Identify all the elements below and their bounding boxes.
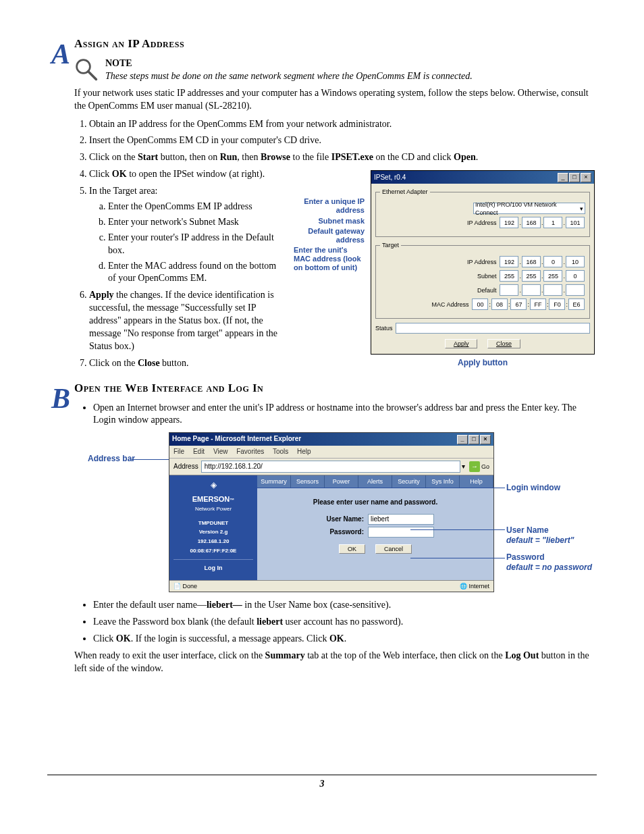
- browser-title: Home Page - Microsoft Internet Explorer: [172, 434, 301, 444]
- browser-titlebar[interactable]: Home Page - Microsoft Internet Explorer …: [169, 433, 493, 446]
- default-4[interactable]: [566, 284, 585, 296]
- section-letter-b: B: [47, 378, 74, 418]
- tab-help[interactable]: Help: [460, 475, 493, 488]
- dropdown-icon[interactable]: ▾: [462, 462, 465, 471]
- mac-2[interactable]: [491, 298, 508, 310]
- eth-ip-label: IP Address: [467, 219, 496, 227]
- eth-ip-1[interactable]: [500, 217, 518, 228]
- subnet-2[interactable]: [522, 270, 541, 282]
- eth-ip-3[interactable]: [543, 217, 562, 228]
- side-login-link[interactable]: Log In: [172, 564, 254, 572]
- chevron-down-icon: ▾: [580, 205, 583, 213]
- login-panel: Please enter user name and password. Use…: [257, 488, 493, 580]
- browser-wrap: Address bar Login window User Namedefaul…: [74, 432, 597, 592]
- step-2: Insert the OpenComms EM CD in your compu…: [89, 134, 597, 147]
- post-bullet-2: Leave the Password box blank (the defaul…: [93, 616, 597, 629]
- tab-security[interactable]: Security: [392, 475, 426, 488]
- callout-gateway: Default gateway address: [294, 227, 365, 244]
- username-input[interactable]: [368, 514, 434, 525]
- password-label: Password:: [317, 527, 364, 537]
- apply-button[interactable]: Apply: [445, 339, 478, 348]
- tab-sysinfo[interactable]: Sys Info: [426, 475, 460, 488]
- target-fieldset: Target IP Address . . . Subnet: [375, 241, 590, 319]
- side-info-4: 00:08:67:FF:F2:0E: [172, 548, 254, 555]
- go-button[interactable]: →: [469, 461, 480, 472]
- login-prompt: Please enter user name and password.: [264, 498, 487, 507]
- post-bullet-1: Enter the default user name—liebert— in …: [93, 599, 597, 612]
- minimize-icon[interactable]: _: [457, 435, 468, 444]
- subnet-3[interactable]: [543, 270, 562, 282]
- close-icon[interactable]: ×: [581, 173, 591, 182]
- tgt-ip-4[interactable]: [566, 256, 585, 267]
- callout-addressbar: Address bar: [88, 454, 135, 463]
- default-3[interactable]: [543, 284, 562, 296]
- ethernet-fieldset: Ethernet Adapter Intel(R) PRO/100 VM Net…: [375, 188, 590, 237]
- eth-ip-4[interactable]: [566, 217, 585, 228]
- callout-line: [132, 459, 169, 460]
- browser-menu[interactable]: File Edit View Favorites Tools Help: [169, 446, 493, 459]
- maximize-icon[interactable]: □: [468, 435, 479, 444]
- browser-statusbar: 📄 Done 🌐 Internet: [169, 580, 493, 592]
- tab-summary[interactable]: Summary: [257, 475, 291, 488]
- callout-subnet: Subnet mask: [294, 217, 365, 226]
- section-letter-a: A: [47, 34, 74, 74]
- tab-sensors[interactable]: Sensors: [291, 475, 325, 488]
- ipset-titlebar[interactable]: IPSet, r0.4 _□×: [371, 171, 594, 184]
- default-2[interactable]: [522, 284, 541, 296]
- close-button[interactable]: Close: [487, 339, 520, 348]
- minimize-icon[interactable]: _: [558, 173, 568, 182]
- close-icon[interactable]: ×: [480, 435, 491, 444]
- logo-subtext: Network Power: [172, 506, 254, 513]
- addr-label: Address: [173, 462, 198, 471]
- cancel-button[interactable]: Cancel: [375, 544, 412, 554]
- maximize-icon[interactable]: □: [569, 173, 580, 182]
- ethernet-adapter-dropdown[interactable]: Intel(R) PRO/100 VM Network Connect▾: [473, 203, 585, 214]
- password-input[interactable]: [368, 527, 434, 538]
- done-icon: 📄: [173, 583, 181, 590]
- default-1[interactable]: [500, 284, 518, 296]
- target-legend: Target: [380, 241, 401, 249]
- eth-ip-2[interactable]: [522, 217, 541, 228]
- note-text: These steps must be done on the same net…: [105, 70, 473, 83]
- ipset-and-steps-wrap: Enter a unique IP address Subnet mask De…: [74, 168, 597, 373]
- menu-file[interactable]: File: [173, 448, 184, 455]
- tab-power[interactable]: Power: [325, 475, 358, 488]
- mac-5[interactable]: [549, 298, 565, 310]
- browser-addressbar: Address http://192.168.1.20/ ▾ → Go: [169, 459, 493, 475]
- callout-line: [493, 488, 505, 488]
- menu-favorites[interactable]: Favorites: [236, 448, 264, 455]
- ok-button[interactable]: OK: [339, 544, 365, 554]
- section-a-title: Assign an IP Address: [74, 36, 597, 52]
- menu-view[interactable]: View: [213, 448, 228, 455]
- mac-6[interactable]: [568, 298, 585, 310]
- side-info-1: TMPDUNET: [172, 520, 254, 527]
- default-label: Default: [477, 286, 497, 294]
- mac-3[interactable]: [510, 298, 527, 310]
- subnet-1[interactable]: [500, 270, 518, 282]
- address-input[interactable]: http://192.168.1.20/: [201, 461, 460, 473]
- section-a-steps: Obtain an IP address for the OpenComms E…: [89, 118, 597, 165]
- callout-apply: Apply button: [371, 357, 595, 368]
- tgt-ip-label: IP Address: [467, 258, 496, 266]
- browser-tabs: Summary Sensors Power Alerts Security Sy…: [257, 475, 493, 488]
- status-internet: Internet: [468, 583, 489, 590]
- step-3: Click on the Start button, then on Run, …: [89, 151, 597, 164]
- post-bullet-3: Click OK. If the login is successful, a …: [93, 633, 597, 646]
- callout-username: User Namedefault = "liebert": [506, 525, 574, 545]
- mac-4[interactable]: [530, 298, 546, 310]
- callout-password: Passworddefault = no password: [506, 552, 592, 572]
- section-b-title: Open the Web Interface and Log In: [74, 381, 597, 396]
- tgt-ip-2[interactable]: [522, 256, 541, 267]
- tgt-ip-1[interactable]: [500, 256, 518, 267]
- section-b-closing: When ready to exit the user interface, c…: [74, 650, 597, 675]
- subnet-4[interactable]: [566, 270, 585, 282]
- menu-edit[interactable]: Edit: [193, 448, 205, 455]
- side-info-3: 192.168.1.20: [172, 538, 254, 546]
- menu-help[interactable]: Help: [297, 448, 311, 455]
- mac-1[interactable]: [472, 298, 488, 310]
- tgt-ip-3[interactable]: [543, 256, 562, 267]
- emerson-diamond-icon: ◈: [172, 479, 254, 490]
- section-a: A Assign an IP Address NOTE These steps …: [47, 34, 597, 374]
- menu-tools[interactable]: Tools: [273, 448, 288, 455]
- tab-alerts[interactable]: Alerts: [358, 475, 392, 488]
